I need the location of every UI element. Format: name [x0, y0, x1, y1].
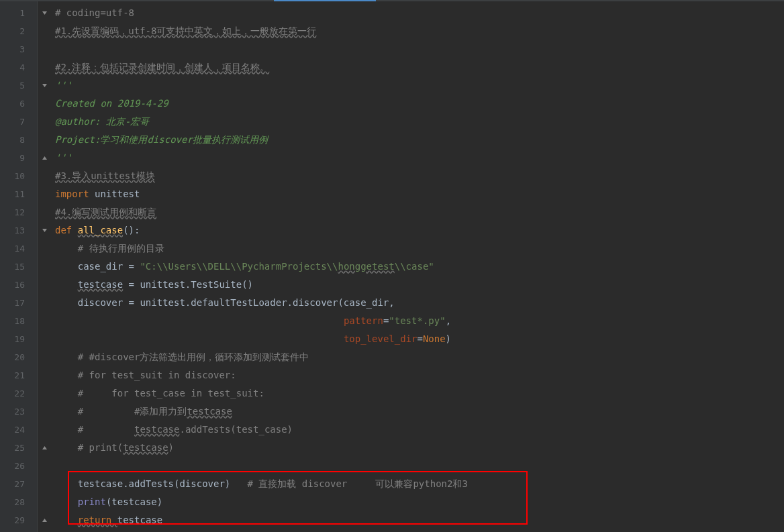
code-line[interactable]: print(testcase)	[51, 493, 784, 511]
line-number: 18	[0, 312, 37, 330]
code-line[interactable]	[51, 457, 784, 475]
code-token: .addTests(test_case)	[179, 424, 293, 435]
code-token: # #discover方法筛选出用例，循环添加到测试套件中	[78, 352, 309, 362]
code-line[interactable]: # 待执行用例的目录	[51, 240, 784, 258]
code-token	[55, 496, 78, 507]
fold-marker	[38, 294, 51, 312]
code-line[interactable]: #2.注释：包括记录创建时间，创建人，项目名称。	[51, 58, 784, 76]
code-line[interactable]: #4.编写测试用例和断言	[51, 203, 784, 221]
code-token	[55, 424, 78, 435]
code-line[interactable]: return testcase	[51, 511, 784, 529]
code-line[interactable]: case_dir = "C:\\Users\\DELL\\PycharmProj…	[51, 258, 784, 276]
line-number: 6	[0, 95, 37, 113]
code-line[interactable]: # coding=utf-8	[51, 4, 784, 22]
code-token	[55, 243, 78, 254]
code-line[interactable]: # print(testcase)	[51, 439, 784, 457]
code-line[interactable]: '''	[51, 149, 784, 167]
code-token: # 直接加载 discover 可以兼容python2和3	[248, 478, 468, 489]
code-token: #	[78, 424, 134, 435]
fold-expand-icon[interactable]	[38, 76, 51, 95]
line-number: 13	[0, 221, 37, 240]
line-number: 5	[0, 76, 37, 95]
line-number: 28	[0, 493, 37, 511]
code-line[interactable]: testcase.addTests(discover) # 直接加载 disco…	[51, 475, 784, 493]
fold-column	[38, 1, 51, 532]
code-line[interactable]: Project:学习和使用discover批量执行测试用例	[51, 131, 784, 149]
code-line[interactable]: discover = unittest.defaultTestLoader.di…	[51, 294, 784, 312]
fold-marker	[38, 40, 51, 58]
code-token: honggetest	[338, 261, 394, 272]
fold-marker	[38, 131, 51, 149]
fold-expand-icon[interactable]	[38, 4, 51, 22]
line-number: 29	[0, 511, 37, 529]
line-number: 7	[0, 113, 37, 131]
line-number: 20	[0, 348, 37, 366]
code-line[interactable]: #3.导入unittest模块	[51, 167, 784, 185]
fold-marker	[38, 276, 51, 294]
code-line[interactable]: # testcase.addTests(test_case)	[51, 421, 784, 439]
code-line[interactable]: testcase = unittest.TestSuite()	[51, 276, 784, 294]
line-number: 4	[0, 58, 37, 76]
code-line[interactable]: '''	[51, 76, 784, 95]
line-number: 24	[0, 421, 37, 439]
code-token: case_dir =	[55, 261, 140, 272]
code-line[interactable]: Created on 2019-4-29	[51, 95, 784, 113]
code-line[interactable]: # #添加用力到testcase	[51, 403, 784, 421]
line-number: 25	[0, 439, 37, 457]
code-token: # coding=utf-8	[55, 7, 134, 18]
code-token	[55, 370, 78, 380]
code-line[interactable]: #1.先设置编码，utf-8可支持中英文，如上，一般放在第一行	[51, 22, 784, 40]
fold-collapse-icon[interactable]	[38, 149, 51, 167]
code-token: "C:\\Users\\DELL\\PycharmProjects\\	[140, 261, 338, 272]
line-number: 16	[0, 276, 37, 294]
code-line[interactable]: top_level_dir=None)	[51, 330, 784, 348]
fold-marker	[38, 384, 51, 403]
code-token	[55, 315, 344, 326]
line-number: 15	[0, 258, 37, 276]
fold-marker	[38, 240, 51, 258]
fold-collapse-icon[interactable]	[38, 439, 51, 457]
line-number: 1	[0, 4, 37, 22]
code-token: #1.先设置编码，utf-8可支持中英文，如上，一般放在第一行	[55, 25, 316, 36]
fold-marker	[38, 403, 51, 421]
code-token: Created on 2019-4-29	[55, 98, 168, 109]
code-line[interactable]: # for test_case in test_suit:	[51, 384, 784, 403]
code-token: ,	[446, 315, 451, 326]
fold-marker	[38, 330, 51, 348]
code-line[interactable]: # #discover方法筛选出用例，循环添加到测试套件中	[51, 348, 784, 366]
code-token: '''	[55, 152, 72, 163]
fold-marker	[38, 457, 51, 475]
code-token: # 待执行用例的目录	[78, 243, 164, 254]
code-token: all_case	[78, 225, 123, 235]
code-token	[55, 442, 78, 453]
line-number: 27	[0, 475, 37, 493]
line-number: 21	[0, 366, 37, 384]
code-token: testcase	[117, 515, 162, 525]
code-token: \\case"	[395, 261, 434, 272]
code-line[interactable]: pattern="test*.py",	[51, 312, 784, 330]
line-number: 10	[0, 167, 37, 185]
fold-marker	[38, 58, 51, 76]
code-token: testcase	[123, 442, 168, 453]
line-number: 14	[0, 240, 37, 258]
code-token: None	[423, 333, 446, 344]
code-token: testcase	[187, 406, 232, 417]
code-line[interactable]: import unittest	[51, 185, 784, 203]
code-line[interactable]	[51, 40, 784, 58]
code-token: #2.注释：包括记录创建时间，创建人，项目名称。	[55, 62, 269, 72]
code-content-area[interactable]: # coding=utf-8#1.先设置编码，utf-8可支持中英文，如上，一般…	[51, 1, 784, 532]
code-line[interactable]: @author: 北京-宏哥	[51, 113, 784, 131]
code-line[interactable]: def all_case():	[51, 221, 784, 240]
fold-collapse-icon[interactable]	[38, 511, 51, 529]
code-token: testcase	[78, 279, 123, 290]
code-editor[interactable]: 1234567891011121314151617181920212223242…	[0, 1, 784, 532]
code-line[interactable]: # for test_suit in discover:	[51, 366, 784, 384]
fold-marker	[38, 475, 51, 493]
code-token: @author: 北京-宏哥	[55, 116, 149, 127]
fold-expand-icon[interactable]	[38, 221, 51, 240]
code-token: Project:学习和使用discover批量执行测试用例	[55, 134, 268, 145]
code-token: testcase.addTests(discover)	[55, 478, 248, 489]
code-token: print	[78, 496, 106, 507]
fold-marker	[38, 167, 51, 185]
code-token: ,	[389, 297, 394, 308]
